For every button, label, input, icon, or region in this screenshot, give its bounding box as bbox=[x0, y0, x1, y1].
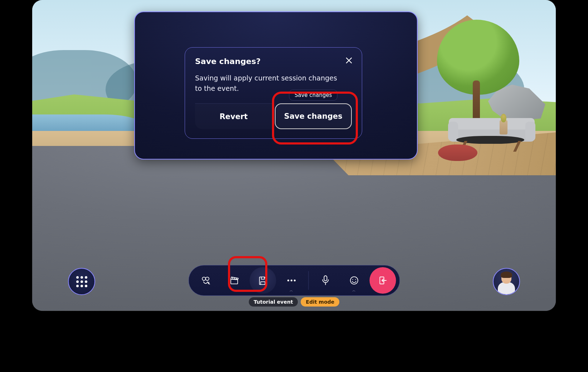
svg-point-7 bbox=[350, 277, 358, 284]
customize-icon bbox=[200, 275, 211, 286]
svg-point-9 bbox=[355, 279, 356, 280]
svg-point-4 bbox=[290, 279, 292, 281]
svg-point-1 bbox=[205, 277, 209, 280]
save-button[interactable]: Save changes bbox=[275, 103, 352, 129]
environment-ottoman bbox=[438, 145, 477, 161]
leave-icon bbox=[378, 276, 387, 285]
microphone-icon bbox=[321, 275, 330, 286]
close-icon[interactable] bbox=[342, 54, 355, 67]
svg-rect-6 bbox=[324, 276, 327, 281]
user-avatar-button[interactable] bbox=[493, 268, 520, 295]
environment-tree bbox=[437, 20, 519, 127]
svg-point-3 bbox=[287, 279, 289, 281]
dialog-title: Save changes? bbox=[195, 57, 352, 66]
customize-button[interactable] bbox=[192, 267, 219, 294]
svg-point-5 bbox=[293, 279, 295, 281]
clapperboard-icon bbox=[229, 275, 239, 285]
toolbar-divider bbox=[308, 271, 308, 290]
microphone-button[interactable] bbox=[312, 267, 339, 294]
svg-point-8 bbox=[352, 279, 353, 280]
more-button[interactable]: ︿ bbox=[278, 267, 305, 294]
save-toolbar-button[interactable] bbox=[249, 267, 276, 294]
leave-button[interactable] bbox=[369, 267, 396, 294]
viewport: Save changes? Saving will apply current … bbox=[32, 0, 556, 311]
scenes-button[interactable] bbox=[221, 267, 247, 294]
svg-point-0 bbox=[202, 277, 205, 280]
grid-dots-icon bbox=[76, 276, 87, 287]
chevron-up-icon: ︿ bbox=[290, 288, 293, 293]
chevron-up-icon: ︿ bbox=[352, 288, 356, 293]
save-icon bbox=[258, 275, 268, 285]
save-changes-dialog: Save changes? Saving will apply current … bbox=[185, 47, 362, 139]
status-pills: Tutorial event Edit mode bbox=[249, 297, 340, 307]
save-tooltip: Save changes bbox=[289, 90, 337, 101]
edit-mode-pill: Edit mode bbox=[301, 297, 340, 307]
revert-button[interactable]: Revert bbox=[195, 103, 273, 129]
reactions-button[interactable]: ︿ bbox=[341, 267, 367, 294]
emoji-icon bbox=[349, 275, 359, 285]
app-menu-button[interactable] bbox=[68, 268, 95, 295]
more-icon bbox=[287, 279, 296, 282]
environment-plant bbox=[500, 120, 507, 134]
save-button-label: Save changes bbox=[284, 112, 342, 121]
avatar-icon bbox=[495, 270, 518, 293]
event-name-pill: Tutorial event bbox=[249, 297, 298, 307]
bottom-toolbar: ︿ ︿ bbox=[188, 265, 400, 296]
revert-button-label: Revert bbox=[219, 112, 248, 121]
